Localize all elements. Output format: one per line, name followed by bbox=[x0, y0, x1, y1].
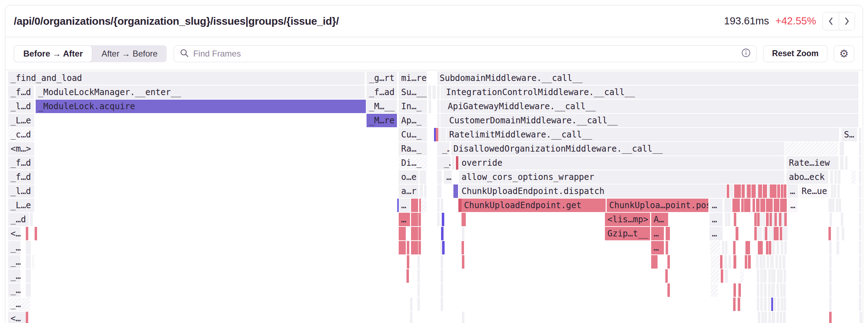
flame-frame[interactable] bbox=[770, 255, 774, 269]
flame-frame[interactable] bbox=[766, 213, 769, 226]
flame-frame[interactable] bbox=[758, 312, 760, 323]
flame-frame[interactable] bbox=[437, 86, 440, 99]
flame-frame[interactable] bbox=[760, 269, 763, 283]
flame-frame[interactable] bbox=[26, 241, 31, 254]
flame-frame[interactable] bbox=[834, 170, 837, 184]
flame-frame[interactable] bbox=[760, 241, 763, 254]
flame-frame[interactable] bbox=[772, 241, 775, 254]
flame-frame[interactable] bbox=[742, 184, 745, 198]
flame-frame[interactable] bbox=[437, 142, 440, 155]
flame-frame[interactable] bbox=[859, 170, 861, 184]
flame-frame[interactable] bbox=[724, 255, 727, 269]
flame-frame[interactable] bbox=[784, 184, 786, 198]
flame-frame[interactable] bbox=[411, 241, 418, 254]
flame-frame[interactable] bbox=[725, 241, 727, 254]
flame-frame[interactable] bbox=[734, 213, 736, 226]
flame-frame[interactable]: override bbox=[459, 156, 784, 170]
flame-frame[interactable] bbox=[770, 199, 773, 212]
flame-frame[interactable] bbox=[779, 213, 781, 226]
flame-frame[interactable] bbox=[770, 184, 777, 198]
flame-frame[interactable] bbox=[828, 227, 831, 240]
flame-frame[interactable] bbox=[746, 199, 750, 212]
flame-frame[interactable]: _… bbox=[8, 255, 20, 269]
flame-frame[interactable] bbox=[859, 156, 861, 170]
flame-frame[interactable] bbox=[724, 199, 727, 212]
flame-frame[interactable] bbox=[745, 255, 747, 269]
flame-frame[interactable] bbox=[756, 255, 759, 269]
flame-frame[interactable]: Rate…iew bbox=[786, 156, 838, 170]
flame-frame[interactable] bbox=[768, 227, 771, 240]
flame-frame[interactable] bbox=[420, 184, 423, 198]
flame-frame[interactable]: _… bbox=[441, 156, 451, 170]
flame-frame[interactable] bbox=[780, 269, 783, 283]
flame-frame[interactable] bbox=[765, 227, 767, 240]
flame-frame[interactable] bbox=[764, 283, 767, 297]
flame-frame[interactable] bbox=[828, 199, 831, 212]
flame-frame[interactable] bbox=[767, 255, 769, 269]
flame-frame[interactable] bbox=[764, 298, 767, 311]
flame-frame[interactable] bbox=[845, 156, 848, 170]
flame-frame[interactable] bbox=[651, 255, 658, 269]
flame-frame[interactable] bbox=[26, 269, 31, 283]
flame-frame[interactable] bbox=[437, 100, 440, 113]
flame-frame[interactable] bbox=[783, 227, 785, 240]
toggle-after-before[interactable]: After → Before bbox=[92, 45, 167, 62]
flame-frame[interactable] bbox=[754, 227, 757, 240]
flame-frame[interactable]: _ModuleLockManager.__enter__ bbox=[36, 86, 365, 99]
flame-frame[interactable] bbox=[776, 199, 779, 212]
flame-frame[interactable] bbox=[725, 213, 727, 226]
flame-frame[interactable] bbox=[757, 283, 759, 297]
flame-frame[interactable] bbox=[784, 298, 786, 311]
flame-frame[interactable] bbox=[859, 227, 861, 240]
flame-frame[interactable] bbox=[736, 227, 738, 240]
flame-frame[interactable] bbox=[406, 269, 409, 283]
flame-frame[interactable] bbox=[840, 156, 844, 170]
flame-frame[interactable]: _f…d bbox=[8, 170, 34, 184]
flame-frame[interactable] bbox=[417, 298, 420, 311]
flame-frame[interactable] bbox=[411, 227, 418, 240]
flame-frame[interactable] bbox=[777, 312, 779, 323]
flame-frame[interactable] bbox=[441, 227, 444, 240]
flame-frame[interactable] bbox=[782, 213, 784, 226]
flame-frame[interactable] bbox=[462, 241, 464, 254]
flame-frame[interactable] bbox=[757, 213, 760, 226]
flame-frame[interactable] bbox=[762, 213, 765, 226]
flame-frame[interactable] bbox=[421, 199, 427, 212]
flame-frame[interactable] bbox=[859, 184, 861, 198]
info-icon[interactable] bbox=[741, 48, 751, 59]
flame-frame[interactable] bbox=[730, 184, 733, 198]
flame-frame[interactable] bbox=[760, 283, 763, 297]
search-input[interactable] bbox=[193, 49, 741, 59]
flame-frame[interactable] bbox=[777, 283, 779, 297]
flame-frame[interactable] bbox=[748, 255, 751, 269]
flame-frame[interactable] bbox=[772, 312, 775, 323]
flame-frame[interactable] bbox=[771, 269, 775, 283]
flame-frame[interactable] bbox=[782, 199, 784, 212]
flame-frame[interactable]: _… bbox=[8, 298, 30, 311]
flame-frame[interactable] bbox=[410, 312, 412, 323]
flame-frame[interactable] bbox=[784, 241, 787, 254]
flame-frame[interactable] bbox=[785, 227, 787, 240]
flame-frame[interactable]: ApiGatewayMiddleware.__call__ bbox=[445, 100, 858, 113]
flame-frame[interactable] bbox=[26, 312, 28, 323]
flame-frame[interactable] bbox=[859, 142, 861, 155]
settings-button[interactable]: ⚙︎ bbox=[834, 45, 854, 62]
flame-frame[interactable] bbox=[411, 213, 418, 226]
flame-frame[interactable] bbox=[429, 100, 431, 113]
flame-frame[interactable] bbox=[762, 255, 765, 269]
flame-frame[interactable] bbox=[420, 170, 426, 184]
flame-frame[interactable] bbox=[440, 114, 443, 127]
flame-frame[interactable] bbox=[441, 128, 444, 141]
flame-frame[interactable] bbox=[834, 184, 836, 198]
flame-frame[interactable] bbox=[453, 184, 458, 198]
flame-frame[interactable] bbox=[418, 227, 421, 240]
flame-frame[interactable]: In…_ bbox=[399, 100, 427, 113]
flame-frame[interactable]: _f…ad bbox=[367, 86, 397, 99]
flame-frame[interactable] bbox=[410, 298, 412, 311]
flame-frame[interactable] bbox=[721, 269, 723, 283]
flame-frame[interactable] bbox=[860, 312, 862, 323]
flame-frame[interactable]: abo…eck bbox=[786, 170, 828, 184]
flame-frame[interactable] bbox=[35, 227, 37, 240]
flame-frame[interactable] bbox=[775, 255, 778, 269]
flame-frame[interactable] bbox=[760, 298, 763, 311]
